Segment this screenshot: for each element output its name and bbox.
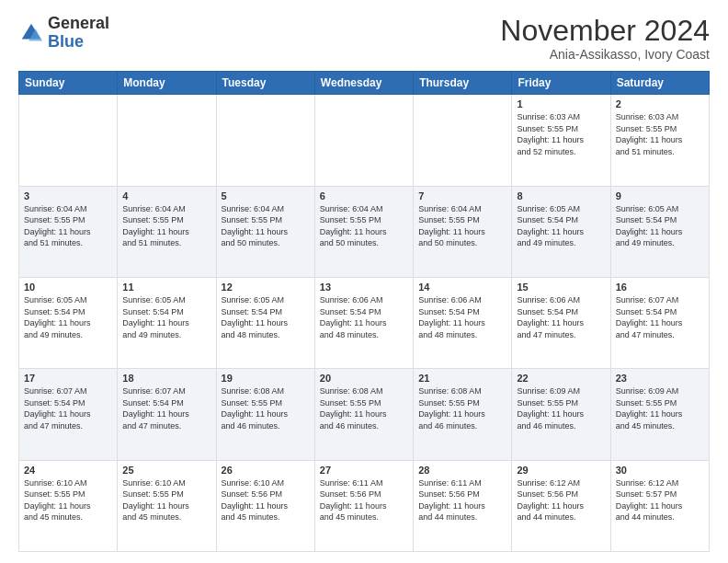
day-info: Sunrise: 6:07 AM Sunset: 5:54 PM Dayligh…: [616, 294, 704, 340]
day-number: 20: [320, 373, 408, 384]
day-number: 29: [517, 465, 605, 476]
day-info: Sunrise: 6:03 AM Sunset: 5:55 PM Dayligh…: [616, 111, 704, 157]
day-number: 1: [517, 98, 605, 109]
calendar-day-header: Saturday: [610, 72, 709, 95]
calendar-cell: 24Sunrise: 6:10 AM Sunset: 5:55 PM Dayli…: [19, 460, 118, 551]
day-number: 24: [24, 465, 112, 476]
day-number: 26: [222, 465, 310, 476]
calendar-week-row: 17Sunrise: 6:07 AM Sunset: 5:54 PM Dayli…: [19, 369, 710, 460]
day-number: 12: [222, 282, 310, 293]
calendar-cell: [216, 95, 314, 186]
calendar-cell: 12Sunrise: 6:05 AM Sunset: 5:54 PM Dayli…: [216, 277, 314, 368]
day-number: 22: [517, 373, 605, 384]
day-info: Sunrise: 6:06 AM Sunset: 5:54 PM Dayligh…: [517, 294, 605, 340]
day-number: 5: [222, 190, 310, 201]
logo-blue-label: Blue: [48, 33, 109, 52]
calendar-cell: 6Sunrise: 6:04 AM Sunset: 5:55 PM Daylig…: [314, 186, 413, 277]
day-info: Sunrise: 6:05 AM Sunset: 5:54 PM Dayligh…: [517, 203, 605, 249]
calendar-cell: 5Sunrise: 6:04 AM Sunset: 5:55 PM Daylig…: [216, 186, 314, 277]
calendar-cell: 2Sunrise: 6:03 AM Sunset: 5:55 PM Daylig…: [610, 95, 709, 186]
calendar-day-header: Sunday: [19, 72, 118, 95]
calendar-cell: [118, 95, 216, 186]
calendar-cell: 10Sunrise: 6:05 AM Sunset: 5:54 PM Dayli…: [19, 277, 118, 368]
logo-icon: [18, 20, 44, 46]
month-title: November 2024: [500, 15, 710, 47]
calendar-cell: 7Sunrise: 6:04 AM Sunset: 5:55 PM Daylig…: [414, 186, 512, 277]
day-info: Sunrise: 6:08 AM Sunset: 5:55 PM Dayligh…: [418, 385, 506, 431]
day-info: Sunrise: 6:04 AM Sunset: 5:55 PM Dayligh…: [320, 203, 408, 249]
day-number: 13: [320, 282, 408, 293]
calendar-cell: [414, 95, 512, 186]
day-number: 16: [616, 282, 704, 293]
calendar-cell: 13Sunrise: 6:06 AM Sunset: 5:54 PM Dayli…: [314, 277, 413, 368]
calendar-cell: 18Sunrise: 6:07 AM Sunset: 5:54 PM Dayli…: [118, 369, 216, 460]
title-section: November 2024 Ania-Assikasso, Ivory Coas…: [500, 15, 710, 62]
calendar-cell: 8Sunrise: 6:05 AM Sunset: 5:54 PM Daylig…: [512, 186, 610, 277]
calendar-week-row: 10Sunrise: 6:05 AM Sunset: 5:54 PM Dayli…: [19, 277, 710, 368]
day-info: Sunrise: 6:05 AM Sunset: 5:54 PM Dayligh…: [24, 294, 112, 340]
day-number: 21: [418, 373, 506, 384]
logo-text: General Blue: [48, 15, 109, 52]
logo: General Blue: [18, 15, 109, 52]
day-info: Sunrise: 6:03 AM Sunset: 5:55 PM Dayligh…: [517, 111, 605, 157]
day-number: 8: [517, 190, 605, 201]
calendar-day-header: Thursday: [414, 72, 512, 95]
calendar-cell: 17Sunrise: 6:07 AM Sunset: 5:54 PM Dayli…: [19, 369, 118, 460]
day-number: 15: [517, 282, 605, 293]
calendar-week-row: 3Sunrise: 6:04 AM Sunset: 5:55 PM Daylig…: [19, 186, 710, 277]
calendar-day-header: Tuesday: [216, 72, 314, 95]
calendar-cell: 21Sunrise: 6:08 AM Sunset: 5:55 PM Dayli…: [414, 369, 512, 460]
logo-general-label: General: [48, 15, 109, 33]
calendar-cell: 23Sunrise: 6:09 AM Sunset: 5:55 PM Dayli…: [610, 369, 709, 460]
day-info: Sunrise: 6:10 AM Sunset: 5:56 PM Dayligh…: [222, 477, 310, 523]
day-number: 28: [418, 465, 506, 476]
day-number: 14: [418, 282, 506, 293]
day-info: Sunrise: 6:08 AM Sunset: 5:55 PM Dayligh…: [222, 385, 310, 431]
calendar-day-header: Monday: [118, 72, 216, 95]
day-info: Sunrise: 6:06 AM Sunset: 5:54 PM Dayligh…: [320, 294, 408, 340]
calendar-day-header: Wednesday: [314, 72, 413, 95]
day-number: 9: [616, 190, 704, 201]
day-info: Sunrise: 6:11 AM Sunset: 5:56 PM Dayligh…: [320, 477, 408, 523]
day-number: 2: [616, 98, 704, 109]
calendar-cell: 20Sunrise: 6:08 AM Sunset: 5:55 PM Dayli…: [314, 369, 413, 460]
day-info: Sunrise: 6:08 AM Sunset: 5:55 PM Dayligh…: [320, 385, 408, 431]
calendar-cell: [314, 95, 413, 186]
day-info: Sunrise: 6:04 AM Sunset: 5:55 PM Dayligh…: [418, 203, 506, 249]
calendar-cell: 4Sunrise: 6:04 AM Sunset: 5:55 PM Daylig…: [118, 186, 216, 277]
day-info: Sunrise: 6:07 AM Sunset: 5:54 PM Dayligh…: [24, 385, 112, 431]
calendar-week-row: 1Sunrise: 6:03 AM Sunset: 5:55 PM Daylig…: [19, 95, 710, 186]
calendar-cell: 14Sunrise: 6:06 AM Sunset: 5:54 PM Dayli…: [414, 277, 512, 368]
day-number: 27: [320, 465, 408, 476]
calendar-cell: 16Sunrise: 6:07 AM Sunset: 5:54 PM Dayli…: [610, 277, 709, 368]
day-number: 4: [122, 190, 210, 201]
day-info: Sunrise: 6:09 AM Sunset: 5:55 PM Dayligh…: [616, 385, 704, 431]
calendar-cell: 29Sunrise: 6:12 AM Sunset: 5:56 PM Dayli…: [512, 460, 610, 551]
calendar-week-row: 24Sunrise: 6:10 AM Sunset: 5:55 PM Dayli…: [19, 460, 710, 551]
calendar-cell: 9Sunrise: 6:05 AM Sunset: 5:54 PM Daylig…: [610, 186, 709, 277]
header: General Blue November 2024 Ania-Assikass…: [18, 15, 710, 62]
calendar-cell: 1Sunrise: 6:03 AM Sunset: 5:55 PM Daylig…: [512, 95, 610, 186]
day-info: Sunrise: 6:06 AM Sunset: 5:54 PM Dayligh…: [418, 294, 506, 340]
day-info: Sunrise: 6:05 AM Sunset: 5:54 PM Dayligh…: [222, 294, 310, 340]
calendar-cell: 28Sunrise: 6:11 AM Sunset: 5:56 PM Dayli…: [414, 460, 512, 551]
calendar-cell: 27Sunrise: 6:11 AM Sunset: 5:56 PM Dayli…: [314, 460, 413, 551]
day-number: 18: [122, 373, 210, 384]
calendar-day-header: Friday: [512, 72, 610, 95]
day-info: Sunrise: 6:09 AM Sunset: 5:55 PM Dayligh…: [517, 385, 605, 431]
day-number: 25: [122, 465, 210, 476]
day-info: Sunrise: 6:12 AM Sunset: 5:56 PM Dayligh…: [517, 477, 605, 523]
day-number: 19: [222, 373, 310, 384]
day-info: Sunrise: 6:10 AM Sunset: 5:55 PM Dayligh…: [122, 477, 210, 523]
day-number: 3: [24, 190, 112, 201]
calendar-cell: 22Sunrise: 6:09 AM Sunset: 5:55 PM Dayli…: [512, 369, 610, 460]
calendar-header-row: SundayMondayTuesdayWednesdayThursdayFrid…: [19, 72, 710, 95]
calendar-cell: 25Sunrise: 6:10 AM Sunset: 5:55 PM Dayli…: [118, 460, 216, 551]
day-info: Sunrise: 6:04 AM Sunset: 5:55 PM Dayligh…: [122, 203, 210, 249]
day-number: 6: [320, 190, 408, 201]
day-info: Sunrise: 6:12 AM Sunset: 5:57 PM Dayligh…: [616, 477, 704, 523]
day-number: 10: [24, 282, 112, 293]
day-info: Sunrise: 6:05 AM Sunset: 5:54 PM Dayligh…: [122, 294, 210, 340]
page: General Blue November 2024 Ania-Assikass…: [0, 0, 728, 563]
day-info: Sunrise: 6:11 AM Sunset: 5:56 PM Dayligh…: [418, 477, 506, 523]
